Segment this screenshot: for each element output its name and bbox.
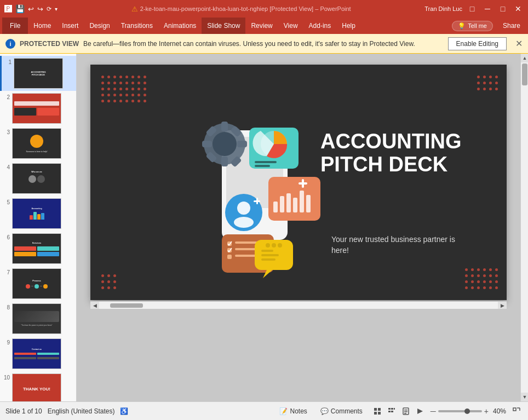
slideshow-menu[interactable]: Slide Show — [202, 18, 245, 34]
powerpoint-logo: 🅿 — [4, 4, 12, 13]
slide-img-6: Services — [12, 233, 61, 264]
file-menu[interactable]: File — [2, 18, 28, 34]
slide-thumb-7[interactable]: 7 Process — [0, 266, 76, 301]
slide-num-4: 4 — [3, 164, 10, 170]
svg-rect-19 — [273, 202, 278, 212]
svg-rect-48 — [388, 408, 391, 410]
svg-rect-21 — [286, 193, 291, 212]
restore-down-icon[interactable]: □ — [467, 3, 478, 14]
zoom-in-button[interactable]: + — [484, 407, 489, 416]
svg-rect-5 — [221, 157, 228, 166]
protected-message: Be careful—files from the Internet can c… — [83, 40, 415, 48]
slide-img-9: Contact us — [12, 338, 61, 369]
slide-sorter-button[interactable] — [386, 405, 398, 417]
fit-to-window-button[interactable] — [510, 405, 523, 417]
home-menu[interactable]: Home — [28, 18, 56, 34]
design-menu[interactable]: Design — [84, 18, 115, 34]
svg-rect-44 — [374, 408, 377, 411]
main-area: 1 ACCOUNTINGPITCH DECK 2 — [0, 54, 528, 401]
warning-icon: ⚠ — [131, 5, 138, 13]
autosave-icon[interactable]: ⟳ — [47, 5, 51, 13]
notes-button[interactable]: 📝 Notes — [275, 406, 311, 416]
insert-menu[interactable]: Insert — [56, 18, 84, 34]
slide-thumb-5[interactable]: 5 Accounting — [0, 196, 76, 231]
svg-rect-39 — [261, 254, 279, 256]
save-icon[interactable]: 💾 — [15, 4, 25, 13]
slide-img-10: THANK YOU! — [12, 373, 61, 401]
svg-rect-29 — [256, 198, 258, 204]
scroll-thumb — [522, 64, 527, 85]
scroll-right-button[interactable]: ▶ — [498, 302, 507, 309]
slide-canvas-container: ACCOUNTING PITCH DECK Your new trusted b… — [90, 65, 507, 300]
share-button[interactable]: Share — [497, 20, 526, 32]
svg-point-42 — [272, 243, 276, 248]
close-button[interactable]: ✕ — [513, 3, 524, 14]
zoom-slider-thumb — [464, 409, 470, 414]
svg-rect-50 — [394, 408, 395, 410]
tell-me-box[interactable]: 💡 Tell me — [452, 21, 493, 31]
notes-icon: 📝 — [279, 407, 288, 415]
slide-thumb-8[interactable]: 8 "You have the power to protect your fu… — [0, 301, 76, 336]
comments-button[interactable]: 💬 Comments — [316, 406, 367, 416]
window-title: 2-ke-toan-mau-powerpoint-khoa-luan-tot-n… — [140, 5, 351, 12]
slide-num-9: 9 — [3, 340, 10, 346]
title-bar: 🅿 💾 ↩ ↪ ⟳ ▾ ⚠ 2-ke-toan-mau-powerpoint-k… — [0, 0, 528, 18]
slideshow-view-button[interactable] — [414, 405, 426, 417]
zoom-controls: ─ + 40% — [431, 407, 506, 416]
title-bar-right: Tran Dinh Luc □ ─ □ ✕ — [424, 3, 524, 14]
slide-thumb-6[interactable]: 6 Services — [0, 231, 76, 266]
zoom-slider[interactable] — [438, 410, 482, 412]
horizontal-scrollbar[interactable]: ◀ ▶ — [90, 301, 507, 309]
slide-thumb-1[interactable]: 1 ACCOUNTINGPITCH DECK — [0, 56, 76, 91]
slide-thumb-4[interactable]: 4 Who are we — [0, 161, 76, 196]
enable-editing-button[interactable]: Enable Editing — [448, 37, 507, 50]
scroll-down-button[interactable]: ▼ — [521, 393, 528, 401]
dropdown-icon[interactable]: ▾ — [55, 6, 58, 12]
redo-icon[interactable]: ↪ — [37, 5, 43, 13]
slide-title: ACCOUNTING PITCH DECK — [320, 130, 474, 176]
undo-icon[interactable]: ↩ — [28, 5, 34, 13]
animations-menu[interactable]: Animations — [158, 18, 202, 34]
svg-rect-49 — [391, 408, 393, 410]
slide-num-2: 2 — [3, 94, 10, 100]
svg-rect-56 — [404, 413, 406, 414]
menu-bar: File Home Insert Design Transitions Anim… — [0, 18, 528, 34]
maximize-button[interactable]: □ — [497, 3, 508, 14]
accessibility-icon[interactable]: ♿ — [120, 407, 128, 415]
zoom-out-button[interactable]: ─ — [431, 407, 436, 416]
slide-img-8: "You have the power to protect your futu… — [12, 303, 61, 334]
tell-me-label: Tell me — [468, 22, 487, 29]
transitions-menu[interactable]: Transitions — [116, 18, 158, 34]
slide-thumb-10[interactable]: 10 THANK YOU! — [0, 371, 76, 401]
addins-menu[interactable]: Add-ins — [303, 18, 337, 34]
vertical-scrollbar[interactable]: ▲ ▼ — [520, 54, 528, 401]
svg-rect-15 — [255, 165, 270, 167]
svg-rect-22 — [293, 198, 297, 212]
view-menu[interactable]: View — [278, 18, 303, 34]
slide-subtitle: Your new trusted business partner is her… — [331, 234, 474, 256]
svg-rect-40 — [261, 258, 276, 261]
minimize-button[interactable]: ─ — [482, 3, 493, 14]
slide-thumb-2[interactable]: 2 — [0, 91, 76, 126]
help-menu[interactable]: Help — [336, 18, 361, 34]
reading-view-button[interactable] — [400, 405, 412, 417]
scroll-left-button[interactable]: ◀ — [90, 302, 99, 309]
horizontal-scroll-track[interactable] — [99, 302, 498, 309]
scroll-track[interactable] — [521, 62, 528, 393]
slide-center-column: ACCOUNTING PITCH DECK Your new trusted b… — [77, 54, 520, 401]
dot-pattern-bottom-right — [465, 268, 498, 289]
close-protected-bar-button[interactable]: ✕ — [515, 38, 523, 49]
slide-num-5: 5 — [3, 199, 10, 205]
slide-illustration — [178, 97, 331, 284]
scroll-up-button[interactable]: ▲ — [521, 54, 528, 62]
slide-img-2 — [12, 93, 61, 124]
normal-view-button[interactable] — [371, 405, 383, 417]
svg-marker-57 — [417, 409, 423, 414]
svg-point-3 — [213, 132, 237, 156]
slide-thumb-9[interactable]: 9 Contact us — [0, 336, 76, 371]
main-slide: ACCOUNTING PITCH DECK Your new trusted b… — [90, 65, 507, 300]
zoom-level: 40% — [493, 407, 506, 415]
language-indicator[interactable]: English (United States) — [48, 407, 115, 415]
review-menu[interactable]: Review — [245, 18, 278, 34]
slide-thumb-3[interactable]: 3 Someone is here to help! — [0, 126, 76, 161]
